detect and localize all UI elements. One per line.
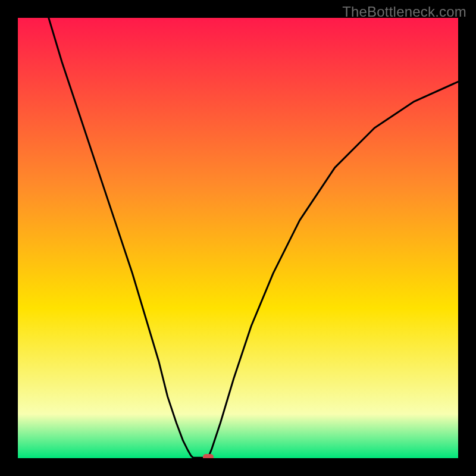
optimum-marker [203, 454, 214, 458]
watermark-text: TheBottleneck.com [342, 4, 466, 20]
chart-plot-area [18, 18, 458, 458]
chart-svg [18, 18, 458, 458]
gradient-background [18, 18, 458, 458]
